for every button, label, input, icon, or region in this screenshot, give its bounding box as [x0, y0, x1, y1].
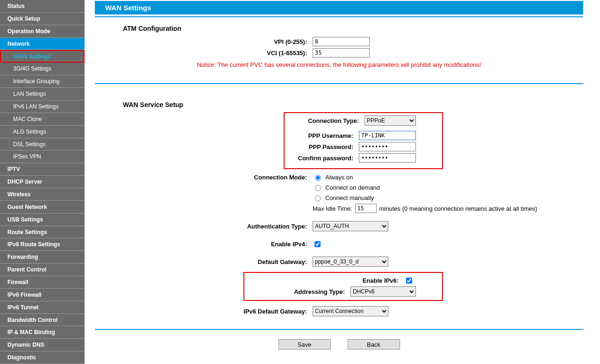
- sidebar-item-parent-control[interactable]: Parent Control: [0, 264, 85, 276]
- connection-highlight-box: Connection Type: PPPoE PPP Username: PPP…: [284, 112, 443, 169]
- always-on-label: Always on: [325, 174, 353, 181]
- sidebar-item-3g-4g-settings[interactable]: 3G/4G Settings: [0, 63, 85, 75]
- divider: [95, 16, 583, 17]
- sidebar-item-usb-settings[interactable]: USB Settings: [0, 214, 85, 226]
- connect-on-demand-label: Connect on demand: [325, 184, 380, 191]
- back-button[interactable]: Back: [348, 339, 400, 350]
- sidebar-item-mac-clone[interactable]: MAC Clone: [0, 113, 85, 126]
- authentication-type-select[interactable]: AUTO_AUTH: [313, 221, 388, 231]
- addressing-type-label: Addressing Type:: [244, 288, 348, 295]
- sidebar-item-ipv6-tunnel[interactable]: IPv6 Tunnel: [0, 301, 85, 314]
- confirm-password-label: Confirm password:: [285, 155, 356, 162]
- authentication-type-label: Authentication Type:: [95, 223, 310, 230]
- sidebar-item-ipsec-vpn[interactable]: IPSec VPN: [0, 150, 85, 163]
- sidebar-item-interface-grouping[interactable]: Interface Grouping: [0, 75, 85, 88]
- enable-ipv6-checkbox[interactable]: [406, 278, 412, 284]
- save-button[interactable]: Save: [279, 339, 331, 350]
- connection-type-label: Connection Type:: [285, 117, 362, 124]
- vci-input[interactable]: [313, 48, 370, 57]
- always-on-radio[interactable]: [315, 175, 321, 181]
- sidebar-item-diagnostic[interactable]: Diagnostic: [0, 351, 85, 364]
- addressing-type-select[interactable]: DHCPv6: [350, 286, 416, 297]
- sidebar-item-quick-setup[interactable]: Quick Setup: [0, 13, 85, 25]
- divider: [95, 83, 583, 84]
- sidebar-item-firewall[interactable]: Firewall: [0, 276, 85, 289]
- enable-ipv6-label: Enable IPv6:: [244, 277, 401, 284]
- connection-mode-label: Connection Mode:: [95, 174, 310, 181]
- wan-service-setup-title: WAN Service Setup: [123, 101, 583, 108]
- connection-type-select[interactable]: PPPoE: [364, 115, 416, 126]
- sidebar-item-dsl-settings[interactable]: DSL Settings: [0, 138, 85, 151]
- ipv6-default-gateway-label: IPv6 Default Gateway:: [95, 308, 310, 315]
- ipv6-highlight-box: Enable IPv6: Addressing Type: DHCPv6: [243, 272, 443, 301]
- ppp-username-label: PPP Username:: [285, 132, 356, 139]
- sidebar-item-ipv6-route-settings[interactable]: IPv6 Route Settings: [0, 238, 85, 251]
- atm-configuration-title: ATM Configuration: [123, 25, 583, 32]
- main-content: WAN Settings ATM Configuration VPI (0-25…: [85, 0, 600, 364]
- max-idle-time-label: Max Idle Time:: [313, 205, 352, 212]
- sidebar-item-lan-settings[interactable]: LAN Settings: [0, 88, 85, 100]
- sidebar-item-ipv6-firewall[interactable]: IPv6 Firewall: [0, 289, 85, 301]
- vpi-label: VPI (0-255):: [95, 38, 310, 45]
- page-title: WAN Settings: [95, 1, 583, 14]
- sidebar-item-wireless[interactable]: Wireless: [0, 188, 85, 201]
- pvc-notice: Notice: The current PVC has several conn…: [95, 61, 583, 68]
- default-gateway-select[interactable]: pppoe_0_33_0_d: [313, 257, 388, 267]
- default-gateway-label: Default Gateway:: [95, 258, 310, 265]
- ppp-password-label: PPP Password:: [285, 143, 356, 150]
- sidebar-item-network[interactable]: Network: [0, 38, 85, 50]
- max-idle-time-after: minutes (0 meaning connection remains ac…: [379, 205, 537, 212]
- enable-ipv4-label: Enable IPv4:: [95, 241, 310, 248]
- connect-manually-label: Connect manually: [325, 194, 374, 201]
- sidebar-item-operation-mode[interactable]: Operation Mode: [0, 25, 85, 38]
- sidebar-item-forwarding[interactable]: Forwarding: [0, 251, 85, 264]
- sidebar-item-status[interactable]: Status: [0, 0, 85, 13]
- sidebar-item-wan-settings[interactable]: WAN Settings: [0, 50, 85, 63]
- vpi-input[interactable]: [313, 37, 370, 46]
- sidebar-item-bandwidth-control[interactable]: Bandwidth Control: [0, 314, 85, 327]
- connect-manually-radio[interactable]: [315, 195, 321, 201]
- max-idle-time-input[interactable]: [355, 204, 377, 213]
- ppp-username-input[interactable]: [359, 131, 416, 140]
- confirm-password-input[interactable]: [359, 153, 416, 163]
- sidebar-item-dhcp-server[interactable]: DHCP Server: [0, 176, 85, 188]
- sidebar-item-route-settings[interactable]: Route Settings: [0, 226, 85, 239]
- sidebar-item-alg-settings[interactable]: ALG Settings: [0, 126, 85, 138]
- ppp-password-input[interactable]: [359, 142, 416, 151]
- sidebar-item-guest-network[interactable]: Guest Network: [0, 201, 85, 214]
- divider: [95, 329, 583, 330]
- sidebar-item-dynamic-dns[interactable]: Dynamic DNS: [0, 339, 85, 351]
- connect-on-demand-radio[interactable]: [315, 185, 321, 191]
- ipv6-default-gateway-select[interactable]: Current Connection: [313, 306, 388, 316]
- sidebar: StatusQuick SetupOperation ModeNetworkWA…: [0, 0, 85, 364]
- sidebar-item-ipv6-lan-settings[interactable]: IPv6 LAN Settings: [0, 100, 85, 113]
- sidebar-item-iptv[interactable]: IPTV: [0, 163, 85, 176]
- sidebar-item-ip-mac-binding[interactable]: IP & MAC Binding: [0, 326, 85, 339]
- enable-ipv4-checkbox[interactable]: [314, 241, 321, 247]
- vci-label: VCI (1-65535):: [95, 50, 310, 57]
